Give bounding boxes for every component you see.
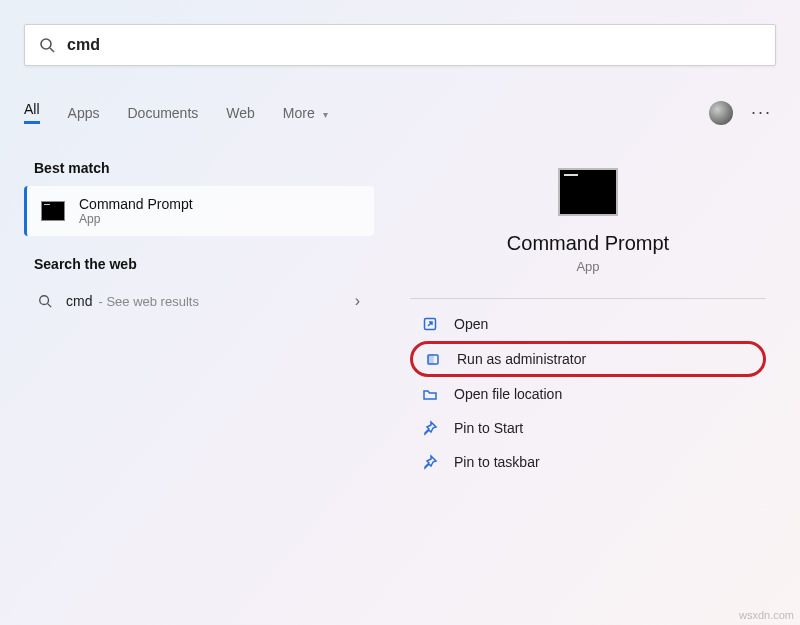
- tab-web[interactable]: Web: [226, 99, 255, 127]
- shield-icon: [425, 351, 441, 367]
- best-match-result[interactable]: Command Prompt App: [24, 186, 374, 236]
- action-label: Pin to taskbar: [454, 454, 540, 470]
- tab-all[interactable]: All: [24, 95, 40, 130]
- chevron-right-icon: ›: [355, 292, 360, 310]
- action-label: Open file location: [454, 386, 562, 402]
- search-bar[interactable]: [24, 24, 776, 66]
- result-title: Command Prompt: [79, 196, 193, 212]
- action-label: Run as administrator: [457, 351, 586, 367]
- more-options-button[interactable]: ···: [747, 102, 776, 123]
- command-prompt-icon: [41, 201, 65, 221]
- tab-label: Web: [226, 105, 255, 121]
- tab-label: Apps: [68, 105, 100, 121]
- filter-tabs: All Apps Documents Web More ▾ ···: [24, 95, 776, 130]
- tab-documents[interactable]: Documents: [127, 99, 198, 127]
- search-web-heading: Search the web: [34, 256, 374, 272]
- svg-point-2: [40, 296, 49, 305]
- action-pin-to-taskbar[interactable]: Pin to taskbar: [410, 445, 766, 479]
- result-subtitle: App: [79, 212, 193, 226]
- pin-icon: [422, 454, 438, 470]
- chevron-down-icon: ▾: [323, 109, 328, 120]
- preview-pane: Command Prompt App Open Run as administr…: [400, 150, 776, 479]
- user-avatar[interactable]: [709, 101, 733, 125]
- tab-label: More: [283, 105, 315, 121]
- results-pane: Best match Command Prompt App Search the…: [24, 150, 374, 320]
- svg-rect-6: [428, 355, 433, 364]
- best-match-text: Command Prompt App: [79, 196, 193, 226]
- svg-point-0: [41, 39, 51, 49]
- tab-apps[interactable]: Apps: [68, 99, 100, 127]
- action-open[interactable]: Open: [410, 307, 766, 341]
- svg-line-1: [50, 48, 54, 52]
- action-pin-to-start[interactable]: Pin to Start: [410, 411, 766, 445]
- action-label: Open: [454, 316, 488, 332]
- svg-line-3: [48, 304, 52, 308]
- action-open-file-location[interactable]: Open file location: [410, 377, 766, 411]
- action-label: Pin to Start: [454, 420, 523, 436]
- search-icon: [39, 37, 55, 53]
- tab-more[interactable]: More ▾: [283, 99, 328, 127]
- preview-title: Command Prompt: [400, 232, 776, 255]
- open-icon: [422, 316, 438, 332]
- action-list: Open Run as administrator Open file loca…: [400, 307, 776, 479]
- search-input[interactable]: [67, 36, 761, 54]
- pin-icon: [422, 420, 438, 436]
- web-hint: - See web results: [98, 294, 198, 309]
- web-search-result[interactable]: cmd - See web results ›: [24, 282, 374, 320]
- action-run-as-administrator[interactable]: Run as administrator: [410, 341, 766, 377]
- folder-icon: [422, 386, 438, 402]
- watermark: wsxdn.com: [739, 609, 794, 621]
- search-icon: [38, 294, 52, 308]
- web-term: cmd: [66, 293, 92, 309]
- tab-label: All: [24, 101, 40, 117]
- divider: [410, 298, 766, 299]
- tab-label: Documents: [127, 105, 198, 121]
- command-prompt-icon: [558, 168, 618, 216]
- best-match-heading: Best match: [34, 160, 374, 176]
- preview-subtitle: App: [400, 259, 776, 274]
